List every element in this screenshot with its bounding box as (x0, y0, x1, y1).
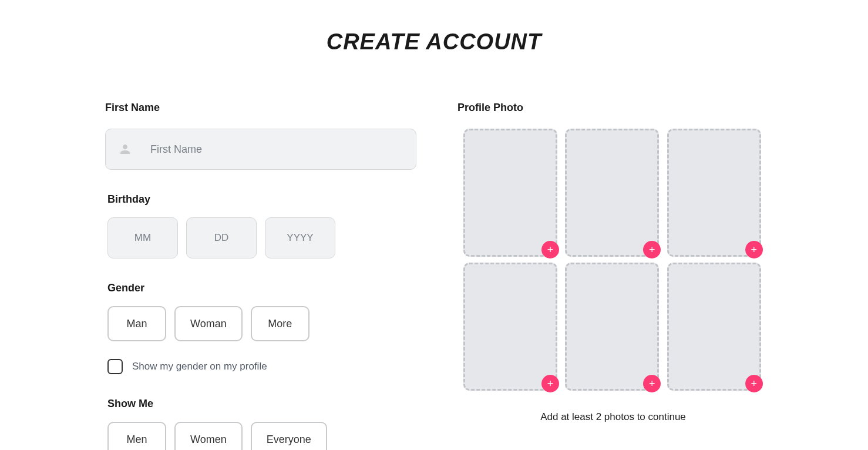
gender-woman-button[interactable]: Woman (174, 306, 243, 341)
first-name-label: First Name (105, 102, 416, 114)
plus-icon: + (547, 378, 554, 389)
show-me-label: Show Me (107, 398, 416, 410)
gender-man-button[interactable]: Man (107, 306, 166, 341)
birthday-label: Birthday (107, 193, 416, 206)
photo-slot-5[interactable]: + (565, 263, 659, 391)
first-name-input[interactable] (105, 129, 416, 170)
show-me-women-button[interactable]: Women (174, 422, 243, 450)
add-photo-button-3[interactable]: + (745, 241, 763, 258)
add-photo-button-1[interactable]: + (541, 241, 559, 258)
add-photo-button-2[interactable]: + (643, 241, 661, 258)
add-photo-button-4[interactable]: + (541, 375, 559, 392)
page-title: CREATE ACCOUNT (0, 29, 868, 55)
photo-slot-4[interactable]: + (463, 263, 557, 391)
photo-slot-2[interactable]: + (565, 129, 659, 257)
birthday-day-input[interactable] (186, 217, 257, 258)
show-gender-checkbox[interactable] (107, 359, 123, 374)
gender-label: Gender (107, 282, 416, 294)
show-me-everyone-button[interactable]: Everyone (251, 422, 327, 450)
plus-icon: + (751, 244, 757, 255)
person-icon (118, 142, 132, 156)
photo-slot-1[interactable]: + (463, 129, 557, 257)
add-photo-button-5[interactable]: + (643, 375, 661, 392)
plus-icon: + (649, 244, 655, 255)
plus-icon: + (547, 244, 554, 255)
photo-slot-3[interactable]: + (667, 129, 761, 257)
birthday-month-input[interactable] (107, 217, 178, 258)
profile-photo-label: Profile Photo (457, 102, 763, 114)
show-me-men-button[interactable]: Men (107, 422, 166, 450)
photo-slot-6[interactable]: + (667, 263, 761, 391)
plus-icon: + (751, 378, 757, 389)
photo-hint: Add at least 2 photos to continue (463, 411, 763, 423)
plus-icon: + (649, 378, 655, 389)
add-photo-button-6[interactable]: + (745, 375, 763, 392)
show-gender-label: Show my gender on my profile (132, 361, 267, 372)
gender-more-button[interactable]: More (251, 306, 309, 341)
birthday-year-input[interactable] (265, 217, 335, 258)
